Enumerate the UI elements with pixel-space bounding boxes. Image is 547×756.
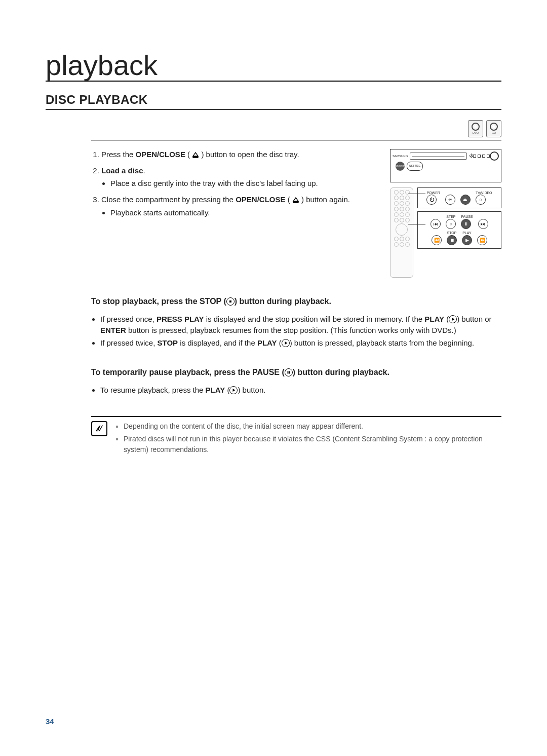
eject-icon xyxy=(192,152,199,158)
figures-column: SAMSUNG ⏻ FUNCTION USB REC xyxy=(390,149,501,278)
note-item: Depending on the content of the disc, th… xyxy=(124,421,501,432)
pause-icon: ⏸ xyxy=(461,219,471,229)
stop-icon xyxy=(226,297,235,306)
play-icon xyxy=(449,315,457,323)
step-1: Press the OPEN/CLOSE ( ) button to open … xyxy=(101,149,385,160)
note-divider xyxy=(91,416,501,417)
step-3: Close the compartment by pressing the OP… xyxy=(101,194,385,218)
pause-playback-bullets: To resume playback, press the PLAY () bu… xyxy=(91,385,501,396)
note-icon xyxy=(91,421,107,436)
play-icon: ▶ xyxy=(462,235,472,245)
section-subtitle: DISC PLAYBACK xyxy=(46,93,501,110)
rewind-icon: ⏪ xyxy=(432,235,442,245)
note-block: Depending on the content of the disc, th… xyxy=(91,421,501,457)
front-buttons-icon xyxy=(473,155,490,158)
power-icon: ⏻ xyxy=(426,195,437,205)
disc-type-icons: DVD CD xyxy=(91,120,501,137)
divider xyxy=(91,140,501,141)
step-2: Load a disc. Place a disc gently into th… xyxy=(101,165,385,190)
next-track-icon: ⏭ xyxy=(478,219,488,229)
step-icon: ○ xyxy=(446,219,456,229)
forward-icon: ⏩ xyxy=(477,235,487,245)
player-front-figure: SAMSUNG ⏻ FUNCTION USB REC xyxy=(390,149,501,182)
play-icon xyxy=(229,386,238,394)
pause-icon xyxy=(285,368,293,376)
standby-icon: ⏻ xyxy=(469,154,473,158)
instruction-text: Press the OPEN/CLOSE ( ) button to open … xyxy=(91,149,385,278)
prev-track-icon: ⏮ xyxy=(431,219,441,229)
stop-playback-heading: To stop playback, press the STOP () butt… xyxy=(91,297,501,306)
volume-dial-icon xyxy=(490,152,499,161)
disc-tray-icon xyxy=(410,153,467,160)
section-title: playback xyxy=(46,51,501,82)
remote-callout-bottom: ⏮ STEP○ PAUSE⏸ ⏭ ⏪ STOP⏹ PLAY▶ ⏩ xyxy=(417,211,501,248)
eject-icon xyxy=(292,197,299,203)
usb-port-icon: USB REC xyxy=(407,162,423,171)
eject-icon: ⏏ xyxy=(460,195,471,205)
dvd-disc-icon: DVD xyxy=(468,120,483,137)
source-icon: ✳ xyxy=(445,195,455,205)
tv-video-icon: ○ xyxy=(476,195,486,205)
brand-label: SAMSUNG xyxy=(393,155,408,158)
remote-figure: POWER⏻ ✳ ⏏ TV/VIDEO○ ⏮ STEP○ PAUSE⏸ xyxy=(390,187,501,278)
function-knob-icon: FUNCTION xyxy=(396,162,405,171)
pause-playback-heading: To temporarily pause playback, press the… xyxy=(91,368,501,377)
stop-icon: ⏹ xyxy=(447,235,457,245)
note-item: Pirated discs will not run in this playe… xyxy=(124,434,501,455)
remote-outline-icon xyxy=(390,187,413,278)
remote-callout-top: POWER⏻ ✳ ⏏ TV/VIDEO○ xyxy=(417,187,501,209)
stop-playback-bullets: If pressed once, PRESS PLAY is displayed… xyxy=(91,314,501,349)
cd-disc-icon: CD xyxy=(486,120,501,137)
page-number: 34 xyxy=(46,717,54,726)
play-icon xyxy=(282,339,290,347)
